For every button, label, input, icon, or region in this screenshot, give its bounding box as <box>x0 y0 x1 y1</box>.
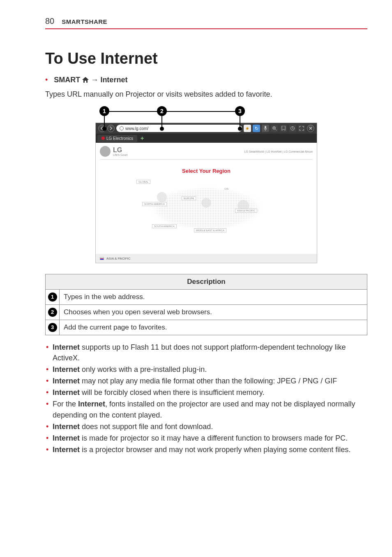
flag-icon <box>100 257 104 260</box>
svg-line-2 <box>275 129 277 130</box>
intro-text: Types URL manually on Projector or visit… <box>45 90 367 99</box>
region-sa[interactable]: SOUTH AMERICA <box>152 224 177 228</box>
new-tab-button[interactable]: + <box>137 135 147 142</box>
leader-line <box>240 116 240 128</box>
note-item: Internet is a projector browser and may … <box>45 444 367 455</box>
nav-arrow: → <box>91 76 98 84</box>
top-links[interactable]: LG SmartWorld | LG HomNet | LG Commercia… <box>244 150 313 153</box>
bookmark-icon[interactable] <box>280 125 287 132</box>
region-me[interactable]: MIDDLE EAST & AFRICA <box>194 228 226 232</box>
nav-path: • SMART → Internet <box>45 76 367 84</box>
page-title: To Use Internet <box>45 50 367 67</box>
row-number: 1 <box>48 292 57 302</box>
note-item: Internet may not play any media file for… <box>45 376 367 386</box>
toolbar-icons: ★ ↻ <box>244 125 314 132</box>
row-number: 2 <box>48 308 57 317</box>
url-input[interactable]: www.lg.com/ <box>116 125 242 132</box>
page-content: LG Life's Good LG SmartWorld | LG HomNet… <box>96 143 317 254</box>
close-button[interactable] <box>307 125 314 132</box>
svg-rect-0 <box>265 126 266 129</box>
browser-tab[interactable]: LG Electronics <box>97 135 137 142</box>
callout-row: 1 2 3 <box>95 106 317 123</box>
callout-3: 3 <box>235 106 245 116</box>
description-table: Description 1 Types in the web address. … <box>45 274 367 335</box>
lg-face-icon <box>100 146 111 157</box>
arrow-right-icon <box>109 126 113 130</box>
leader-line <box>161 116 162 128</box>
home-icon <box>82 76 89 82</box>
row-number: 3 <box>48 323 57 332</box>
url-text: www.lg.com/ <box>125 126 148 131</box>
refresh-icon[interactable]: ↻ <box>253 125 260 132</box>
zoom-icon[interactable] <box>271 125 278 132</box>
row-text: Chooses when you open several web browse… <box>60 305 367 320</box>
callout-1: 1 <box>99 106 109 116</box>
region-na[interactable]: NORTH AMERICA <box>142 202 167 206</box>
row-text: Types in the web address. <box>60 290 367 305</box>
leader-line <box>104 116 105 128</box>
world-map: GLOBAL NORTH AMERICA SOUTH AMERICA EUROP… <box>132 180 280 237</box>
address-bar-row: www.lg.com/ ★ ↻ <box>96 123 317 134</box>
nav-target: Internet <box>100 76 127 84</box>
browser-mock: www.lg.com/ ★ ↻ <box>95 123 317 263</box>
note-item: For the Internet, fonts installed on the… <box>45 399 367 420</box>
history-icon[interactable] <box>289 125 296 132</box>
region-eu[interactable]: EUROPE <box>182 196 196 200</box>
page-header: 80 SMARTSHARE <box>45 16 367 29</box>
note-item: Internet will be forcibly closed when th… <box>45 387 367 398</box>
note-item: Internet supports up to Flash 11 but doe… <box>45 342 367 363</box>
table-row: 2 Chooses when you open several web brow… <box>46 305 367 320</box>
figure: 1 2 3 www.lg.com/ ★ ↻ <box>45 106 367 263</box>
close-icon <box>309 127 312 130</box>
nav-prefix: SMART <box>54 76 80 84</box>
table-header: Description <box>46 274 367 290</box>
note-item: Internet only works with a pre-installed… <box>45 364 367 375</box>
region-global[interactable]: GLOBAL <box>136 180 150 184</box>
row-text: Add the current page to favorites. <box>60 320 367 335</box>
page-number: 80 <box>45 16 54 26</box>
globe-icon <box>120 126 124 130</box>
note-item: Internet is made for projector so it may… <box>45 433 367 443</box>
lg-logo: LG Life's Good <box>100 146 127 157</box>
tab-label: LG Electronics <box>106 136 133 141</box>
region-cis: CIS <box>223 187 230 190</box>
note-item: Internet does not support file and font … <box>45 421 367 432</box>
footer-region: ASIA & PACIFIC <box>106 257 131 260</box>
forward-button[interactable] <box>107 125 115 132</box>
logo-sub: Life's Good <box>113 153 127 156</box>
callout-2: 2 <box>157 106 167 116</box>
region-ap[interactable]: ASIA & PACIFIC <box>235 209 257 213</box>
table-row: 3 Add the current page to favorites. <box>46 320 367 335</box>
tab-strip: LG Electronics + <box>96 134 317 143</box>
table-row: 1 Types in the web address. <box>46 290 367 305</box>
bullet: • <box>45 76 52 84</box>
favicon-icon <box>101 137 105 140</box>
mic-icon[interactable] <box>262 125 269 132</box>
favorites-star-icon[interactable]: ★ <box>244 125 251 132</box>
section-name: SMARTSHARE <box>62 18 107 25</box>
fullscreen-icon[interactable] <box>298 125 305 132</box>
page-footer: ASIA & PACIFIC <box>96 254 317 263</box>
region-title: Select Your Region <box>100 168 313 174</box>
logo-text: LG <box>113 147 127 153</box>
notes-list: Internet supports up to Flash 11 but doe… <box>45 342 367 455</box>
